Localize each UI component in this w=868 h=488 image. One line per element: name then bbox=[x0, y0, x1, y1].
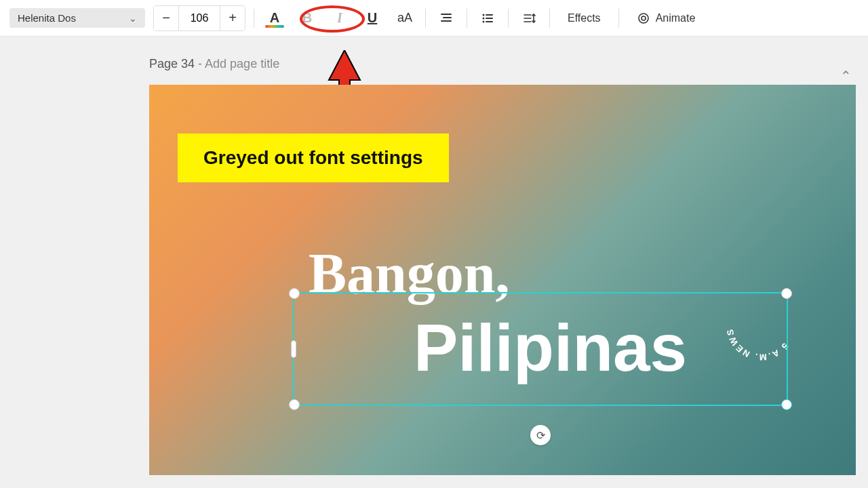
divider bbox=[425, 9, 426, 28]
underline-button[interactable]: U bbox=[360, 6, 384, 30]
svg-point-2 bbox=[483, 20, 485, 22]
rotate-handle[interactable]: ⟳ bbox=[530, 425, 551, 445]
list-button[interactable] bbox=[475, 6, 500, 30]
font-dropdown[interactable]: Helenita Dos ⌄ bbox=[9, 8, 145, 28]
text-color-button[interactable]: A bbox=[262, 6, 287, 30]
design-canvas[interactable]: Greyed out font settings Bangon, Pilipin… bbox=[149, 85, 856, 475]
divider bbox=[618, 9, 619, 28]
bold-button: B bbox=[295, 6, 319, 30]
spacing-button[interactable] bbox=[517, 6, 541, 30]
divider bbox=[467, 9, 467, 28]
resize-handle-tr[interactable] bbox=[781, 288, 792, 299]
annotation-callout: Greyed out font settings bbox=[178, 134, 449, 182]
divider bbox=[508, 9, 509, 28]
text-toolbar: Helenita Dos ⌄ − + A B I U aA Effects An… bbox=[0, 0, 868, 37]
case-button[interactable]: aA bbox=[393, 6, 417, 30]
font-size-input[interactable] bbox=[178, 6, 220, 30]
svg-point-0 bbox=[483, 14, 485, 16]
resize-handle-br[interactable] bbox=[781, 399, 792, 410]
resize-handle-tl[interactable] bbox=[289, 288, 300, 299]
svg-point-4 bbox=[642, 16, 646, 20]
page-title-label[interactable]: Page 34 - Add page title bbox=[149, 57, 868, 71]
resize-handle-ml[interactable] bbox=[291, 340, 296, 358]
collapse-page-button[interactable]: ⌃ bbox=[840, 68, 852, 84]
font-size-group: − + bbox=[153, 5, 245, 31]
chevron-down-icon: ⌄ bbox=[129, 13, 137, 24]
divider bbox=[549, 9, 550, 28]
divider bbox=[254, 9, 254, 28]
selection-box[interactable]: ⟳ bbox=[293, 292, 788, 406]
resize-handle-bl[interactable] bbox=[289, 399, 300, 410]
svg-point-1 bbox=[483, 17, 485, 19]
alignment-button[interactable] bbox=[434, 6, 458, 30]
page-number: Page 34 bbox=[149, 57, 195, 70]
increase-size-button[interactable]: + bbox=[220, 6, 245, 30]
animate-icon bbox=[637, 12, 650, 25]
svg-point-3 bbox=[639, 14, 648, 23]
effects-button[interactable]: Effects bbox=[558, 8, 610, 28]
page-area: Page 34 - Add page title Greyed out font… bbox=[0, 37, 868, 475]
page-title-prompt: - Add page title bbox=[195, 57, 279, 70]
decrease-size-button[interactable]: − bbox=[154, 6, 178, 30]
italic-button: I bbox=[328, 6, 352, 30]
animate-button[interactable]: Animate bbox=[627, 7, 705, 29]
font-name: Helenita Dos bbox=[18, 12, 76, 24]
